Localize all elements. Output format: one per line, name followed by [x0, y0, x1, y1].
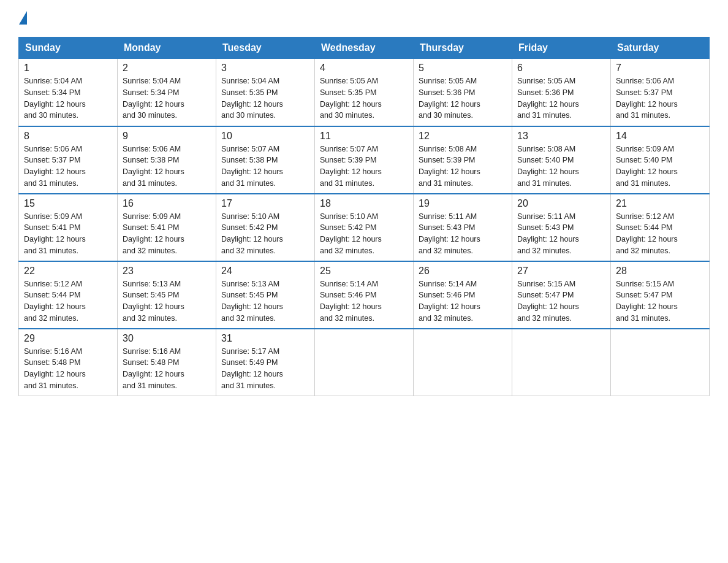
header-thursday: Thursday: [414, 37, 512, 59]
day-number: 27: [517, 266, 605, 277]
day-info: Sunrise: 5:09 AM Sunset: 5:41 PM Dayligh…: [24, 211, 112, 257]
calendar-cell: 12 Sunrise: 5:08 AM Sunset: 5:39 PM Dayl…: [414, 126, 512, 194]
calendar-week-row: 29 Sunrise: 5:16 AM Sunset: 5:48 PM Dayl…: [19, 329, 710, 396]
day-info: Sunrise: 5:16 AM Sunset: 5:48 PM Dayligh…: [123, 346, 211, 392]
day-number: 23: [123, 266, 211, 277]
calendar-header-row: SundayMondayTuesdayWednesdayThursdayFrid…: [19, 37, 710, 59]
calendar-week-row: 22 Sunrise: 5:12 AM Sunset: 5:44 PM Dayl…: [19, 261, 710, 329]
day-number: 29: [24, 333, 112, 344]
day-info: Sunrise: 5:12 AM Sunset: 5:44 PM Dayligh…: [616, 211, 704, 257]
day-number: 10: [221, 131, 309, 142]
day-number: 15: [24, 198, 112, 209]
day-info: Sunrise: 5:12 AM Sunset: 5:44 PM Dayligh…: [24, 278, 112, 324]
calendar-cell: 17 Sunrise: 5:10 AM Sunset: 5:42 PM Dayl…: [216, 194, 315, 261]
day-number: 24: [221, 266, 309, 277]
day-number: 6: [517, 63, 605, 74]
calendar-cell: 15 Sunrise: 5:09 AM Sunset: 5:41 PM Dayl…: [19, 194, 118, 261]
calendar-cell: [512, 329, 611, 396]
day-info: Sunrise: 5:11 AM Sunset: 5:43 PM Dayligh…: [419, 211, 507, 257]
day-number: 17: [221, 198, 309, 209]
header-monday: Monday: [118, 37, 216, 59]
header-friday: Friday: [512, 37, 611, 59]
day-number: 1: [24, 63, 112, 74]
day-info: Sunrise: 5:10 AM Sunset: 5:42 PM Dayligh…: [221, 211, 309, 257]
calendar-cell: 5 Sunrise: 5:05 AM Sunset: 5:36 PM Dayli…: [414, 59, 512, 126]
calendar-table: SundayMondayTuesdayWednesdayThursdayFrid…: [18, 37, 710, 396]
day-info: Sunrise: 5:13 AM Sunset: 5:45 PM Dayligh…: [221, 278, 309, 324]
calendar-week-row: 15 Sunrise: 5:09 AM Sunset: 5:41 PM Dayl…: [19, 194, 710, 261]
day-number: 31: [221, 333, 309, 344]
day-info: Sunrise: 5:11 AM Sunset: 5:43 PM Dayligh…: [517, 211, 605, 257]
day-info: Sunrise: 5:04 AM Sunset: 5:35 PM Dayligh…: [221, 75, 309, 121]
day-number: 19: [419, 198, 507, 209]
calendar-cell: 19 Sunrise: 5:11 AM Sunset: 5:43 PM Dayl…: [414, 194, 512, 261]
calendar-cell: 10 Sunrise: 5:07 AM Sunset: 5:38 PM Dayl…: [216, 126, 315, 194]
header-tuesday: Tuesday: [216, 37, 315, 59]
day-info: Sunrise: 5:09 AM Sunset: 5:40 PM Dayligh…: [616, 144, 704, 190]
day-info: Sunrise: 5:17 AM Sunset: 5:49 PM Dayligh…: [221, 346, 309, 392]
calendar-cell: 27 Sunrise: 5:15 AM Sunset: 5:47 PM Dayl…: [512, 261, 611, 329]
day-info: Sunrise: 5:04 AM Sunset: 5:34 PM Dayligh…: [123, 75, 211, 121]
calendar-cell: 4 Sunrise: 5:05 AM Sunset: 5:35 PM Dayli…: [315, 59, 414, 126]
calendar-cell: 28 Sunrise: 5:15 AM Sunset: 5:47 PM Dayl…: [611, 261, 710, 329]
day-info: Sunrise: 5:08 AM Sunset: 5:40 PM Dayligh…: [517, 144, 605, 190]
day-number: 4: [320, 63, 408, 74]
day-info: Sunrise: 5:09 AM Sunset: 5:41 PM Dayligh…: [123, 211, 211, 257]
day-info: Sunrise: 5:06 AM Sunset: 5:37 PM Dayligh…: [616, 75, 704, 121]
day-number: 14: [616, 131, 704, 142]
day-info: Sunrise: 5:05 AM Sunset: 5:35 PM Dayligh…: [320, 75, 408, 121]
day-number: 21: [616, 198, 704, 209]
calendar-cell: 21 Sunrise: 5:12 AM Sunset: 5:44 PM Dayl…: [611, 194, 710, 261]
day-number: 3: [221, 63, 309, 74]
calendar-cell: 9 Sunrise: 5:06 AM Sunset: 5:38 PM Dayli…: [118, 126, 216, 194]
calendar-cell: 25 Sunrise: 5:14 AM Sunset: 5:46 PM Dayl…: [315, 261, 414, 329]
day-info: Sunrise: 5:05 AM Sunset: 5:36 PM Dayligh…: [517, 75, 605, 121]
day-info: Sunrise: 5:08 AM Sunset: 5:39 PM Dayligh…: [419, 144, 507, 190]
header-sunday: Sunday: [19, 37, 118, 59]
calendar-cell: 20 Sunrise: 5:11 AM Sunset: 5:43 PM Dayl…: [512, 194, 611, 261]
day-number: 8: [24, 131, 112, 142]
day-number: 22: [24, 266, 112, 277]
calendar-cell: 26 Sunrise: 5:14 AM Sunset: 5:46 PM Dayl…: [414, 261, 512, 329]
day-number: 20: [517, 198, 605, 209]
day-number: 13: [517, 131, 605, 142]
calendar-cell: [315, 329, 414, 396]
calendar-cell: 14 Sunrise: 5:09 AM Sunset: 5:40 PM Dayl…: [611, 126, 710, 194]
day-number: 30: [123, 333, 211, 344]
day-number: 2: [123, 63, 211, 74]
day-info: Sunrise: 5:14 AM Sunset: 5:46 PM Dayligh…: [320, 278, 408, 324]
day-number: 18: [320, 198, 408, 209]
day-number: 26: [419, 266, 507, 277]
calendar-cell: 2 Sunrise: 5:04 AM Sunset: 5:34 PM Dayli…: [118, 59, 216, 126]
logo-triangle-icon: [19, 11, 27, 25]
calendar-cell: 13 Sunrise: 5:08 AM Sunset: 5:40 PM Dayl…: [512, 126, 611, 194]
day-info: Sunrise: 5:06 AM Sunset: 5:37 PM Dayligh…: [24, 144, 112, 190]
calendar-cell: 30 Sunrise: 5:16 AM Sunset: 5:48 PM Dayl…: [118, 329, 216, 396]
day-info: Sunrise: 5:06 AM Sunset: 5:38 PM Dayligh…: [123, 144, 211, 190]
day-number: 5: [419, 63, 507, 74]
day-number: 28: [616, 266, 704, 277]
day-info: Sunrise: 5:16 AM Sunset: 5:48 PM Dayligh…: [24, 346, 112, 392]
day-number: 7: [616, 63, 704, 74]
calendar-cell: 23 Sunrise: 5:13 AM Sunset: 5:45 PM Dayl…: [118, 261, 216, 329]
calendar-week-row: 8 Sunrise: 5:06 AM Sunset: 5:37 PM Dayli…: [19, 126, 710, 194]
day-number: 12: [419, 131, 507, 142]
calendar-cell: 3 Sunrise: 5:04 AM Sunset: 5:35 PM Dayli…: [216, 59, 315, 126]
page-header: [18, 12, 710, 26]
calendar-cell: 31 Sunrise: 5:17 AM Sunset: 5:49 PM Dayl…: [216, 329, 315, 396]
day-number: 11: [320, 131, 408, 142]
calendar-cell: 29 Sunrise: 5:16 AM Sunset: 5:48 PM Dayl…: [19, 329, 118, 396]
calendar-cell: 7 Sunrise: 5:06 AM Sunset: 5:37 PM Dayli…: [611, 59, 710, 126]
calendar-cell: 6 Sunrise: 5:05 AM Sunset: 5:36 PM Dayli…: [512, 59, 611, 126]
calendar-cell: 16 Sunrise: 5:09 AM Sunset: 5:41 PM Dayl…: [118, 194, 216, 261]
day-info: Sunrise: 5:07 AM Sunset: 5:39 PM Dayligh…: [320, 144, 408, 190]
calendar-cell: 18 Sunrise: 5:10 AM Sunset: 5:42 PM Dayl…: [315, 194, 414, 261]
header-wednesday: Wednesday: [315, 37, 414, 59]
day-info: Sunrise: 5:15 AM Sunset: 5:47 PM Dayligh…: [616, 278, 704, 324]
calendar-cell: 1 Sunrise: 5:04 AM Sunset: 5:34 PM Dayli…: [19, 59, 118, 126]
day-info: Sunrise: 5:04 AM Sunset: 5:34 PM Dayligh…: [24, 75, 112, 121]
day-info: Sunrise: 5:10 AM Sunset: 5:42 PM Dayligh…: [320, 211, 408, 257]
calendar-cell: [611, 329, 710, 396]
day-number: 25: [320, 266, 408, 277]
day-number: 16: [123, 198, 211, 209]
